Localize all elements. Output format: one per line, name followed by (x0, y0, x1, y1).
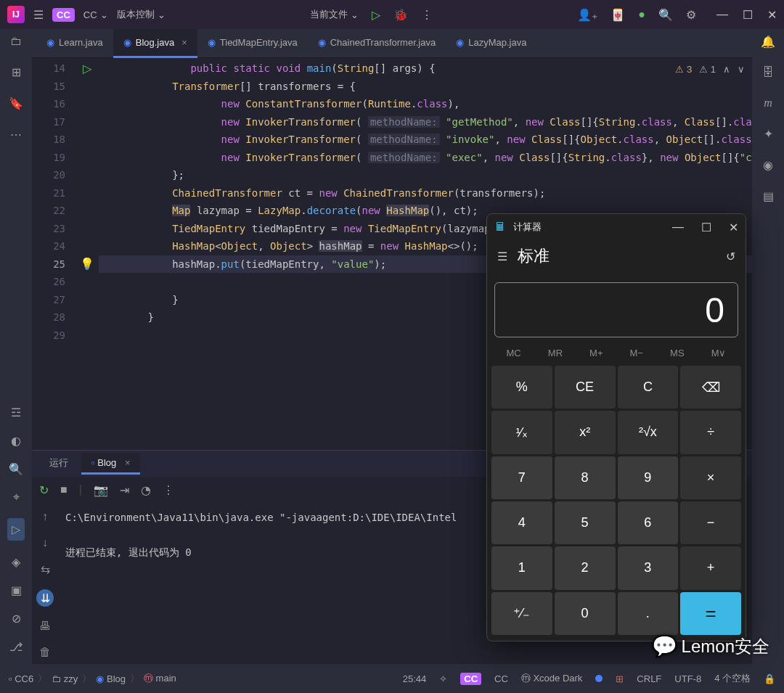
calc-button-4[interactable]: 4 (491, 501, 552, 544)
calc-button-⌫[interactable]: ⌫ (680, 366, 741, 409)
run-tool-icon[interactable]: ▷ (7, 518, 25, 541)
lock-icon[interactable]: 🔒 (764, 673, 775, 684)
calc-mem-button[interactable]: MR (548, 348, 563, 358)
encoding[interactable]: UTF-8 (674, 673, 701, 684)
theme-label[interactable]: ⓜ Xcode Dark (521, 672, 583, 685)
calc-button-C[interactable]: C (618, 366, 679, 409)
settings-icon[interactable]: ⚙ (686, 8, 696, 22)
editor-tab[interactable]: ◉TiedMapEntry.java (197, 29, 308, 58)
breadcrumb-item[interactable]: ▫ CC6 (9, 673, 33, 684)
down-icon[interactable]: ↓ (42, 536, 48, 549)
more-icon[interactable]: ⋮ (421, 8, 433, 22)
stop-icon[interactable]: ■ (60, 483, 68, 496)
editor-tab[interactable]: ◉Learn.java (36, 29, 113, 58)
vcs-icon[interactable]: ⎇ (9, 640, 23, 654)
breadcrumb-item[interactable]: ◉ Blog (96, 673, 126, 684)
run-tab-blog[interactable]: ▫ Blog × (81, 453, 140, 475)
maximize-icon[interactable]: ☐ (743, 8, 753, 22)
ms-icon[interactable]: ⊞ (616, 673, 624, 684)
profiler-icon[interactable]: ◐ (11, 434, 21, 448)
calc-button-²√x[interactable]: ²√x (618, 411, 679, 454)
copilot-icon[interactable]: ✧ (439, 673, 447, 684)
editor-tab[interactable]: ◉LazyMap.java (446, 29, 536, 58)
user-status-badge[interactable]: CC (460, 673, 481, 685)
scroll-to-end-icon[interactable]: ⇊ (36, 589, 54, 607)
calc-button-−[interactable]: − (680, 501, 741, 544)
up-icon[interactable]: ↑ (42, 510, 48, 523)
terminal-icon[interactable]: ▣ (11, 583, 22, 597)
calc-titlebar[interactable]: 🖩 计算器 — ☐ ✕ (487, 214, 746, 240)
weak-warning-badge[interactable]: ⚠ 1 (699, 64, 716, 75)
calc-button-⁺⁄₋[interactable]: ⁺⁄₋ (491, 592, 552, 635)
more-tools-icon[interactable]: ⋯ (10, 128, 22, 142)
calc-button-9[interactable]: 9 (618, 456, 679, 499)
calc-button-.[interactable]: . (618, 592, 679, 635)
add-user-icon[interactable]: 👤₊ (577, 8, 597, 22)
prev-highlight-icon[interactable]: ∧ (723, 64, 730, 75)
close-tab-icon[interactable]: × (181, 37, 187, 48)
breadcrumb-item[interactable]: ⓜ main (144, 672, 176, 685)
calc-button-1[interactable]: 1 (491, 546, 552, 589)
ai-icon[interactable]: ✦ (764, 127, 773, 141)
calc-close-icon[interactable]: ✕ (729, 221, 738, 234)
run-config[interactable]: 当前文件 ⌄ (310, 8, 359, 21)
search-icon[interactable]: 🔍 (658, 8, 673, 22)
calc-mem-button[interactable]: MC (507, 348, 521, 358)
calc-button-2[interactable]: 2 (555, 546, 616, 589)
find-icon[interactable]: 🔍 (9, 462, 23, 476)
calc-button-x²[interactable]: x² (555, 411, 616, 454)
calc-button-7[interactable]: 7 (491, 456, 552, 499)
editor-tab[interactable]: ◉ChainedTransformer.java (308, 29, 446, 58)
bulb-icon[interactable]: 💡 (80, 257, 94, 271)
problems-icon[interactable]: ⊘ (12, 612, 21, 626)
user-dropdown[interactable]: CC ⌄ (83, 9, 108, 20)
cursor-position[interactable]: 25:44 (403, 673, 427, 684)
indent[interactable]: 4 个空格 (714, 672, 751, 685)
calc-button-¹⁄ₓ[interactable]: ¹⁄ₓ (491, 411, 552, 454)
close-window-icon[interactable]: ✕ (767, 8, 777, 22)
structure-icon[interactable]: ⊞ (12, 65, 21, 79)
maven-icon[interactable]: m (764, 97, 772, 110)
editor-tab[interactable]: ◉Blog.java× (113, 29, 197, 58)
calc-button-3[interactable]: 3 (618, 546, 679, 589)
notifications-icon[interactable]: 🔔 (761, 35, 775, 49)
calc-minimize-icon[interactable]: — (672, 221, 684, 234)
calc-mem-button[interactable]: M+ (589, 348, 603, 358)
calc-mem-button[interactable]: M− (630, 348, 643, 358)
calc-button-CE[interactable]: CE (555, 366, 616, 409)
run-more-icon[interactable]: ⋮ (163, 483, 174, 497)
calc-button-0[interactable]: 0 (555, 592, 616, 635)
print-icon[interactable]: 🖶 (39, 620, 51, 633)
user-badge[interactable]: CC (52, 8, 75, 22)
translate-icon[interactable]: 🀄 (611, 8, 625, 22)
calc-button-5[interactable]: 5 (555, 501, 616, 544)
main-menu-icon[interactable]: ☰ (33, 8, 44, 22)
debug-icon[interactable]: 🐞 (393, 8, 408, 22)
breadcrumb-item[interactable]: 🗀 zzy (52, 673, 78, 684)
calc-maximize-icon[interactable]: ☐ (701, 221, 711, 234)
services-icon[interactable]: ◈ (12, 555, 20, 569)
run-icon[interactable]: ▷ (372, 8, 380, 22)
endpoints-icon[interactable]: ◉ (763, 158, 773, 172)
calc-mem-button[interactable]: MS (670, 348, 685, 358)
trash-icon[interactable]: 🗑 (39, 646, 51, 659)
calc-button-+[interactable]: + (680, 546, 741, 589)
project-icon[interactable]: 🗀 (10, 35, 22, 48)
bookmark-icon[interactable]: 🔖 (9, 97, 23, 110)
calc-mem-button[interactable]: M∨ (711, 348, 727, 358)
calc-menu-icon[interactable]: ☰ (497, 250, 507, 263)
minimize-icon[interactable]: — (716, 8, 728, 22)
calc-button-%[interactable]: % (491, 366, 552, 409)
app-logo[interactable]: IJ (7, 6, 25, 23)
breadcrumb[interactable]: ▫ CC6〉🗀 zzy〉◉ Blog〉ⓜ main (9, 672, 176, 685)
inspection-badges[interactable]: ⚠ 3 ⚠ 1 ∧ ∨ (675, 64, 745, 75)
run-gutter-icon[interactable]: ▷ (83, 62, 91, 75)
rerun-icon[interactable]: ↻ (39, 483, 49, 497)
vcs-dropdown[interactable]: 版本控制 ⌄ (117, 8, 166, 21)
run-tab-run[interactable]: 运行 (39, 452, 78, 476)
line-separator[interactable]: CRLF (637, 673, 661, 684)
calc-button-8[interactable]: 8 (555, 456, 616, 499)
thread-dump-icon[interactable]: ◔ (141, 483, 151, 497)
todo-icon[interactable]: ☲ (11, 406, 21, 419)
calc-button-÷[interactable]: ÷ (680, 411, 741, 454)
